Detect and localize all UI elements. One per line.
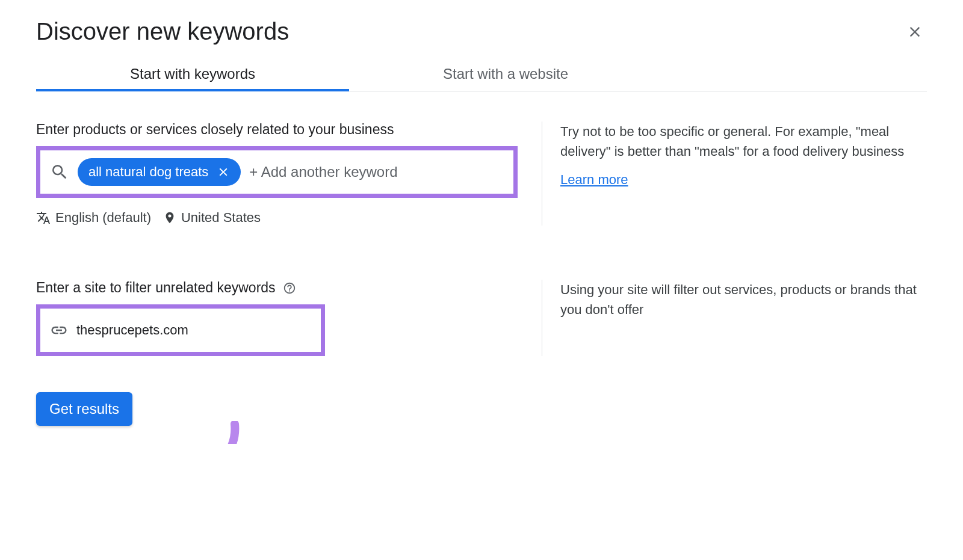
location-icon <box>163 211 176 224</box>
location-label: United States <box>181 210 261 226</box>
tabs: Start with keywords Start with a website <box>36 57 927 91</box>
site-input[interactable] <box>76 322 311 338</box>
annotation-arrow <box>132 421 253 444</box>
close-button[interactable] <box>903 20 927 44</box>
keyword-chip-label: all natural dog treats <box>88 164 208 180</box>
site-hint: Using your site will filter out services… <box>560 280 927 319</box>
keywords-input-box[interactable]: all natural dog treats + Add another key… <box>36 146 518 198</box>
location-selector[interactable]: United States <box>163 210 261 226</box>
tab-start-with-website[interactable]: Start with a website <box>349 57 662 91</box>
tab-start-with-keywords[interactable]: Start with keywords <box>36 57 349 91</box>
page-title: Discover new keywords <box>36 18 289 45</box>
add-keyword-placeholder[interactable]: + Add another keyword <box>249 164 397 180</box>
keyword-chip[interactable]: all natural dog treats <box>78 158 241 186</box>
link-icon <box>50 321 68 339</box>
language-selector[interactable]: English (default) <box>36 210 151 226</box>
keywords-label: Enter products or services closely relat… <box>36 122 518 138</box>
keywords-hint: Try not to be too specific or general. F… <box>560 122 927 161</box>
translate-icon <box>36 211 51 225</box>
get-results-button[interactable]: Get results <box>36 392 132 426</box>
site-label: Enter a site to filter unrelated keyword… <box>36 280 276 296</box>
close-icon <box>906 23 923 40</box>
help-icon[interactable] <box>283 282 296 295</box>
site-input-box[interactable] <box>36 304 325 356</box>
search-icon <box>50 162 69 182</box>
remove-chip-icon[interactable] <box>217 165 230 179</box>
learn-more-link[interactable]: Learn more <box>560 170 628 189</box>
language-label: English (default) <box>55 210 151 226</box>
